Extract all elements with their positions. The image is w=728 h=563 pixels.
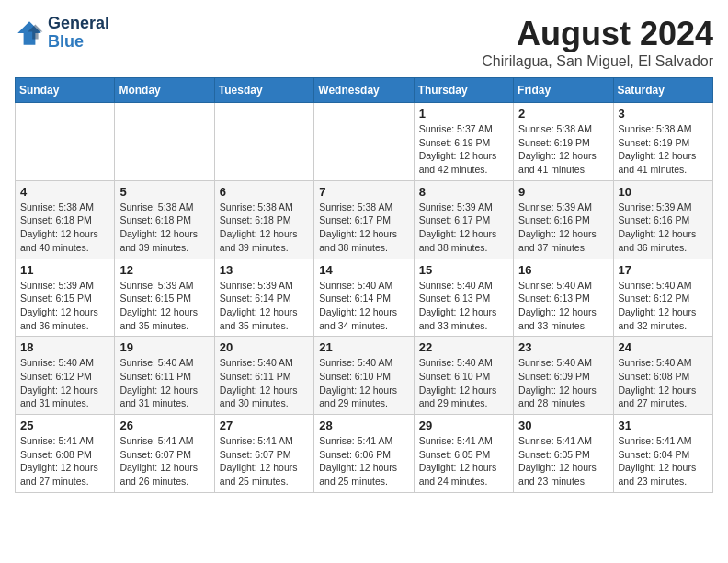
day-number: 4 — [20, 185, 109, 199]
col-header-thursday: Thursday — [414, 78, 513, 103]
day-number: 22 — [419, 340, 508, 354]
day-cell: 4Sunrise: 5:38 AM Sunset: 6:18 PM Daylig… — [16, 180, 115, 259]
day-cell — [115, 103, 214, 181]
day-info: Sunrise: 5:41 AM Sunset: 6:05 PM Dayligh… — [518, 434, 608, 488]
day-info: Sunrise: 5:40 AM Sunset: 6:08 PM Dayligh… — [619, 356, 708, 410]
day-cell: 14Sunrise: 5:40 AM Sunset: 6:14 PM Dayli… — [314, 259, 414, 337]
day-cell: 15Sunrise: 5:40 AM Sunset: 6:13 PM Dayli… — [414, 259, 513, 337]
day-number: 15 — [419, 263, 508, 277]
day-cell: 3Sunrise: 5:38 AM Sunset: 6:19 PM Daylig… — [613, 103, 712, 181]
col-header-tuesday: Tuesday — [214, 78, 313, 103]
calendar-table: SundayMondayTuesdayWednesdayThursdayFrid… — [15, 77, 713, 493]
day-cell — [16, 103, 115, 181]
day-info: Sunrise: 5:40 AM Sunset: 6:10 PM Dayligh… — [319, 356, 408, 410]
day-number: 29 — [419, 419, 508, 432]
col-header-friday: Friday — [514, 78, 613, 103]
day-number: 12 — [119, 263, 209, 277]
day-cell: 31Sunrise: 5:41 AM Sunset: 6:04 PM Dayli… — [613, 415, 712, 493]
calendar-title: August 2024 — [482, 15, 713, 53]
day-info: Sunrise: 5:40 AM Sunset: 6:12 PM Dayligh… — [20, 356, 109, 410]
day-number: 25 — [20, 419, 109, 432]
day-info: Sunrise: 5:39 AM Sunset: 6:15 PM Dayligh… — [119, 279, 209, 333]
day-number: 21 — [319, 340, 408, 354]
day-cell: 19Sunrise: 5:40 AM Sunset: 6:11 PM Dayli… — [115, 337, 214, 415]
day-number: 24 — [619, 340, 708, 354]
day-info: Sunrise: 5:41 AM Sunset: 6:06 PM Dayligh… — [319, 434, 408, 488]
day-info: Sunrise: 5:41 AM Sunset: 6:04 PM Dayligh… — [619, 434, 708, 488]
day-info: Sunrise: 5:40 AM Sunset: 6:11 PM Dayligh… — [220, 356, 309, 410]
day-cell: 17Sunrise: 5:40 AM Sunset: 6:12 PM Dayli… — [613, 259, 712, 337]
day-info: Sunrise: 5:40 AM Sunset: 6:13 PM Dayligh… — [419, 279, 508, 333]
day-cell: 5Sunrise: 5:38 AM Sunset: 6:18 PM Daylig… — [115, 180, 214, 259]
day-info: Sunrise: 5:40 AM Sunset: 6:14 PM Dayligh… — [319, 279, 408, 333]
day-cell: 26Sunrise: 5:41 AM Sunset: 6:07 PM Dayli… — [115, 415, 214, 493]
day-number: 8 — [419, 185, 508, 199]
day-info: Sunrise: 5:40 AM Sunset: 6:11 PM Dayligh… — [119, 356, 209, 410]
day-cell: 23Sunrise: 5:40 AM Sunset: 6:09 PM Dayli… — [514, 337, 613, 415]
day-cell: 8Sunrise: 5:39 AM Sunset: 6:17 PM Daylig… — [414, 180, 513, 259]
day-number: 27 — [220, 419, 309, 432]
day-number: 31 — [619, 419, 708, 432]
day-info: Sunrise: 5:39 AM Sunset: 6:17 PM Dayligh… — [419, 201, 508, 255]
col-header-wednesday: Wednesday — [314, 78, 414, 103]
day-number: 9 — [518, 185, 608, 199]
day-number: 18 — [20, 340, 109, 354]
day-info: Sunrise: 5:38 AM Sunset: 6:17 PM Dayligh… — [319, 201, 408, 255]
day-cell: 25Sunrise: 5:41 AM Sunset: 6:08 PM Dayli… — [16, 415, 115, 493]
day-info: Sunrise: 5:37 AM Sunset: 6:19 PM Dayligh… — [419, 122, 508, 177]
day-cell: 30Sunrise: 5:41 AM Sunset: 6:05 PM Dayli… — [514, 415, 613, 493]
day-cell: 6Sunrise: 5:38 AM Sunset: 6:18 PM Daylig… — [214, 180, 313, 259]
day-number: 14 — [319, 263, 408, 277]
logo-line1: General — [48, 15, 109, 33]
day-cell: 21Sunrise: 5:40 AM Sunset: 6:10 PM Dayli… — [314, 337, 414, 415]
day-number: 20 — [220, 340, 309, 354]
day-cell: 10Sunrise: 5:39 AM Sunset: 6:16 PM Dayli… — [613, 180, 712, 259]
day-cell: 11Sunrise: 5:39 AM Sunset: 6:15 PM Dayli… — [16, 259, 115, 337]
day-number: 23 — [518, 340, 608, 354]
day-number: 19 — [119, 340, 209, 354]
day-info: Sunrise: 5:40 AM Sunset: 6:13 PM Dayligh… — [518, 279, 608, 333]
day-cell: 13Sunrise: 5:39 AM Sunset: 6:14 PM Dayli… — [214, 259, 313, 337]
page-header: General Blue August 2024 Chirilagua, San… — [15, 15, 713, 70]
day-number: 7 — [319, 185, 408, 199]
day-cell: 7Sunrise: 5:38 AM Sunset: 6:17 PM Daylig… — [314, 180, 414, 259]
week-row-2: 4Sunrise: 5:38 AM Sunset: 6:18 PM Daylig… — [16, 180, 713, 259]
day-number: 2 — [518, 107, 608, 121]
calendar-subtitle: Chirilagua, San Miguel, El Salvador — [482, 53, 713, 70]
col-header-sunday: Sunday — [16, 78, 115, 103]
day-cell — [314, 103, 414, 181]
day-number: 17 — [619, 263, 708, 277]
day-number: 10 — [619, 185, 708, 199]
day-info: Sunrise: 5:39 AM Sunset: 6:16 PM Dayligh… — [518, 201, 608, 255]
day-info: Sunrise: 5:41 AM Sunset: 6:08 PM Dayligh… — [20, 434, 109, 488]
day-cell: 28Sunrise: 5:41 AM Sunset: 6:06 PM Dayli… — [314, 415, 414, 493]
day-info: Sunrise: 5:41 AM Sunset: 6:07 PM Dayligh… — [220, 434, 309, 488]
day-info: Sunrise: 5:38 AM Sunset: 6:18 PM Dayligh… — [20, 201, 109, 255]
day-number: 11 — [20, 263, 109, 277]
day-number: 5 — [119, 185, 209, 199]
day-cell: 9Sunrise: 5:39 AM Sunset: 6:16 PM Daylig… — [514, 180, 613, 259]
day-number: 6 — [220, 185, 309, 199]
day-number: 28 — [319, 419, 408, 432]
day-cell: 20Sunrise: 5:40 AM Sunset: 6:11 PM Dayli… — [214, 337, 313, 415]
title-block: August 2024 Chirilagua, San Miguel, El S… — [482, 15, 713, 70]
col-header-saturday: Saturday — [613, 78, 712, 103]
day-cell: 24Sunrise: 5:40 AM Sunset: 6:08 PM Dayli… — [613, 337, 712, 415]
day-info: Sunrise: 5:40 AM Sunset: 6:10 PM Dayligh… — [419, 356, 508, 410]
day-info: Sunrise: 5:40 AM Sunset: 6:12 PM Dayligh… — [619, 279, 708, 333]
day-cell: 1Sunrise: 5:37 AM Sunset: 6:19 PM Daylig… — [414, 103, 513, 181]
day-number: 13 — [220, 263, 309, 277]
day-info: Sunrise: 5:38 AM Sunset: 6:19 PM Dayligh… — [518, 122, 608, 177]
day-cell: 27Sunrise: 5:41 AM Sunset: 6:07 PM Dayli… — [214, 415, 313, 493]
day-cell — [214, 103, 313, 181]
week-row-5: 25Sunrise: 5:41 AM Sunset: 6:08 PM Dayli… — [16, 415, 713, 493]
logo: General Blue — [15, 15, 109, 52]
logo-line2: Blue — [48, 33, 109, 52]
days-header-row: SundayMondayTuesdayWednesdayThursdayFrid… — [16, 78, 713, 103]
day-info: Sunrise: 5:39 AM Sunset: 6:14 PM Dayligh… — [220, 279, 309, 333]
col-header-monday: Monday — [115, 78, 214, 103]
day-cell: 18Sunrise: 5:40 AM Sunset: 6:12 PM Dayli… — [16, 337, 115, 415]
day-number: 16 — [518, 263, 608, 277]
week-row-3: 11Sunrise: 5:39 AM Sunset: 6:15 PM Dayli… — [16, 259, 713, 337]
day-info: Sunrise: 5:38 AM Sunset: 6:18 PM Dayligh… — [220, 201, 309, 255]
